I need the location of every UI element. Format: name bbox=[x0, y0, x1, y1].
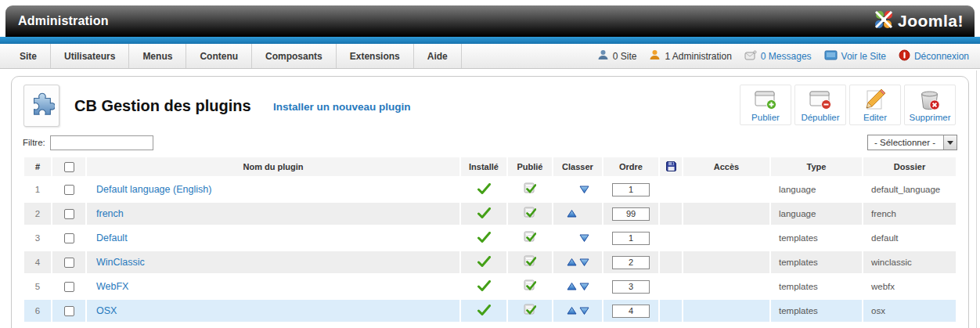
menu-aide[interactable]: Aide bbox=[414, 44, 462, 68]
green-check-icon bbox=[477, 207, 491, 221]
move-up-icon[interactable] bbox=[565, 282, 578, 292]
plugin-name-link[interactable]: french bbox=[96, 208, 124, 219]
edit-button[interactable]: Editer bbox=[849, 85, 901, 125]
order-input[interactable] bbox=[612, 280, 650, 294]
table-row-highlighted: 6 OSX templates osx bbox=[24, 300, 956, 322]
plugin-type: templates bbox=[771, 251, 862, 273]
filter-input[interactable] bbox=[50, 135, 153, 150]
move-up-icon[interactable] bbox=[565, 258, 578, 268]
joomla-logo: Joomla! bbox=[874, 9, 975, 33]
page-header-title: Administration bbox=[5, 14, 109, 28]
install-plugin-link[interactable]: Installer un nouveau plugin bbox=[273, 101, 411, 113]
delete-button[interactable]: Supprimer bbox=[904, 85, 956, 125]
move-down-slot bbox=[578, 209, 590, 219]
plugin-name-link[interactable]: Default bbox=[96, 232, 128, 243]
published-page-check-icon[interactable] bbox=[524, 255, 536, 269]
published-page-check-icon[interactable] bbox=[524, 304, 536, 318]
menu-extensions[interactable]: Extensions bbox=[337, 44, 414, 68]
col-name: Nom du plugin bbox=[87, 157, 459, 176]
messages-link[interactable]: 0 Messages bbox=[744, 50, 812, 63]
published-page-check-icon[interactable] bbox=[524, 207, 536, 221]
access-cell bbox=[683, 251, 769, 273]
plugin-folder: webfx bbox=[863, 276, 956, 297]
admin-menubar: Site Utilisateurs Menus Contenu Composan… bbox=[0, 44, 980, 69]
order-input[interactable] bbox=[612, 256, 650, 269]
access-cell bbox=[683, 227, 769, 249]
toolbar: Publier Dépublier bbox=[737, 85, 956, 125]
move-down-icon[interactable] bbox=[578, 306, 590, 316]
plugin-name-link[interactable]: WinClassic bbox=[96, 257, 145, 268]
row-checkbox[interactable] bbox=[64, 209, 74, 219]
published-page-check-icon[interactable] bbox=[524, 231, 536, 245]
order-input[interactable] bbox=[612, 305, 650, 318]
row-checkbox[interactable] bbox=[64, 306, 74, 316]
plugin-type: templates bbox=[771, 276, 862, 297]
green-check-icon bbox=[477, 305, 491, 318]
move-down-icon[interactable] bbox=[578, 185, 590, 195]
row-checkbox[interactable] bbox=[64, 233, 74, 243]
row-checkbox[interactable] bbox=[64, 185, 74, 195]
page-edge-line bbox=[976, 70, 977, 328]
col-order: Ordre bbox=[603, 157, 658, 176]
row-number: 5 bbox=[24, 276, 51, 297]
plugin-name-link[interactable]: OSX bbox=[96, 305, 117, 316]
menu-menus[interactable]: Menus bbox=[129, 44, 186, 68]
select-filter-dropdown[interactable]: - Sélectionner - bbox=[867, 135, 957, 150]
view-site-link[interactable]: Voir le Site bbox=[824, 50, 886, 63]
unpublish-button[interactable]: Dépublier bbox=[794, 85, 846, 125]
move-up-icon[interactable] bbox=[565, 306, 578, 316]
access-cell bbox=[683, 324, 769, 328]
window-minus-icon bbox=[797, 88, 844, 111]
filter-label: Filtre: bbox=[23, 138, 45, 147]
menu-composants[interactable]: Composants bbox=[252, 44, 337, 68]
row-number: 4 bbox=[24, 251, 51, 273]
plugin-folder: french bbox=[863, 203, 956, 225]
plugin-folder: luna bbox=[863, 324, 956, 328]
menu-contenu[interactable]: Contenu bbox=[186, 44, 252, 68]
publish-button[interactable]: Publier bbox=[740, 85, 791, 125]
row-number: 1 bbox=[24, 178, 51, 200]
row-number: 6 bbox=[24, 300, 51, 322]
main-menu: Site Utilisateurs Menus Contenu Composan… bbox=[0, 44, 462, 68]
component-panel: CB Gestion des plugins Installer un nouv… bbox=[11, 76, 969, 328]
published-page-check-icon[interactable] bbox=[524, 279, 536, 294]
window-plus-icon bbox=[742, 88, 789, 111]
green-check-icon bbox=[477, 256, 491, 269]
select-filter-value: - Sélectionner - bbox=[868, 138, 943, 147]
green-check-icon bbox=[477, 183, 491, 196]
row-number: 3 bbox=[24, 227, 51, 249]
row-checkbox[interactable] bbox=[64, 282, 74, 292]
plugin-type: language bbox=[771, 203, 862, 225]
move-down-icon[interactable] bbox=[578, 233, 590, 243]
order-input[interactable] bbox=[612, 207, 650, 221]
plugin-type: templates bbox=[771, 227, 862, 249]
plugin-name-link[interactable]: WebFX bbox=[96, 281, 128, 292]
published-page-check-icon[interactable] bbox=[524, 182, 536, 196]
access-cell bbox=[683, 203, 769, 225]
dropdown-button[interactable] bbox=[943, 135, 957, 150]
logout-link[interactable]: Déconnexion bbox=[899, 49, 969, 63]
admin-header-bar: Administration Joomla! bbox=[5, 5, 975, 37]
move-down-icon[interactable] bbox=[578, 258, 590, 268]
col-reorder: Classer bbox=[553, 157, 602, 176]
site-users-status: 0 Site bbox=[597, 49, 637, 63]
row-checkbox[interactable] bbox=[64, 258, 74, 268]
move-up-slot bbox=[565, 233, 578, 243]
select-all-checkbox[interactable] bbox=[64, 162, 74, 172]
col-published: Publié bbox=[508, 157, 552, 176]
menu-site[interactable]: Site bbox=[6, 44, 51, 68]
floppy-save-icon[interactable] bbox=[665, 160, 677, 174]
order-input[interactable] bbox=[612, 232, 650, 245]
move-up-icon[interactable] bbox=[565, 209, 578, 219]
status-bar: 0 Site 1 Administration 0 Messages Voir … bbox=[597, 44, 980, 68]
col-folder: Dossier bbox=[863, 157, 956, 176]
move-down-icon[interactable] bbox=[578, 282, 590, 292]
plugin-name-link[interactable]: Default language (English) bbox=[96, 184, 211, 195]
blue-accent-stripe bbox=[0, 37, 980, 44]
table-row: 2 french language french bbox=[24, 203, 956, 225]
filter-row: Filtre: - Sélectionner - bbox=[23, 133, 957, 152]
menu-utilisateurs[interactable]: Utilisateurs bbox=[51, 44, 129, 68]
order-input[interactable] bbox=[612, 183, 650, 196]
green-check-icon bbox=[477, 232, 491, 245]
table-header-row: # Nom du plugin Installé Publié Classer … bbox=[24, 157, 956, 176]
